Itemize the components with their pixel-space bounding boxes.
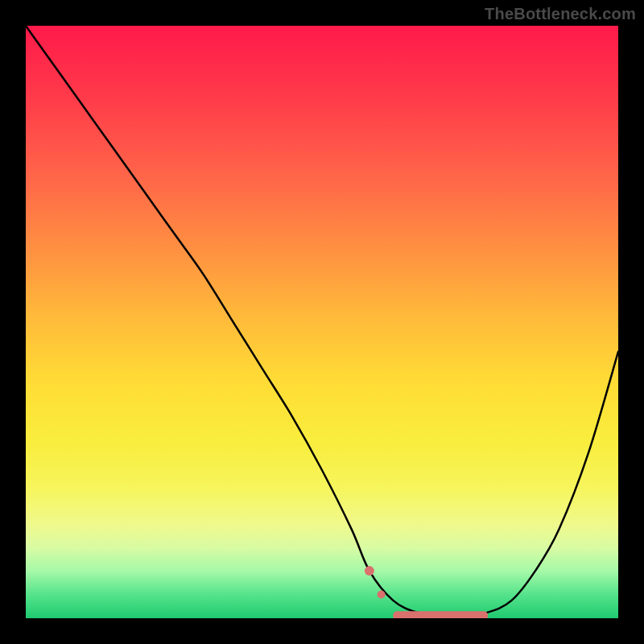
- bottleneck-curve-path: [26, 26, 618, 616]
- highlight-dot-0: [365, 566, 374, 576]
- highlight-dot-1: [378, 591, 386, 599]
- bottleneck-curve-svg: [26, 26, 618, 618]
- plot-area: [26, 26, 618, 618]
- chart-frame: TheBottleneck.com: [0, 0, 644, 644]
- watermark-text: TheBottleneck.com: [485, 5, 636, 23]
- highlight-plateau: [393, 611, 488, 618]
